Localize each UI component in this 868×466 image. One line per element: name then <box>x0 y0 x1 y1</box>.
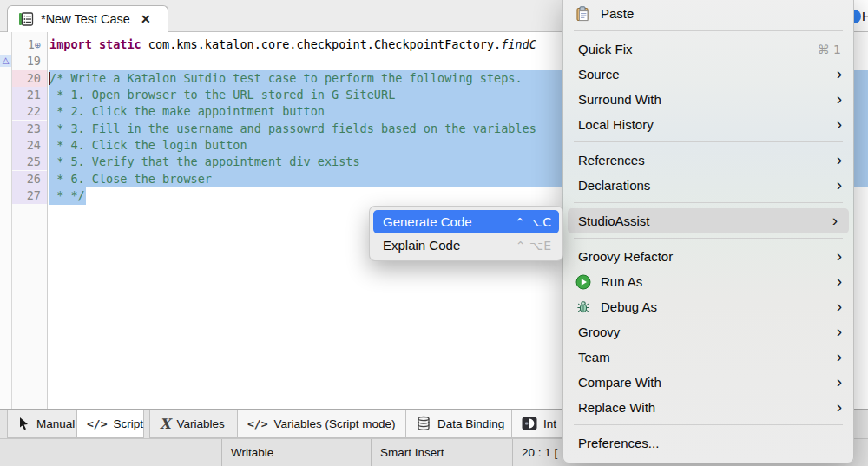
menu-item-label: Compare With <box>578 375 661 390</box>
chevron-right-icon: › <box>837 175 842 194</box>
integration-icon <box>522 417 537 430</box>
chevron-right-icon: › <box>837 272 842 291</box>
menu-separator <box>574 141 843 142</box>
menu-item-team[interactable]: Team› <box>563 345 853 370</box>
code-line-text: * 5. Verify that the appointment div exi… <box>49 154 360 170</box>
menu-item-declarations[interactable]: Declarations› <box>563 173 853 198</box>
code-line-text: /* Write a Katalon Sutdio test case to p… <box>49 70 523 87</box>
cursor-icon <box>17 417 30 430</box>
line-number: 21 <box>12 87 47 103</box>
menu-item-replace-with[interactable]: Replace With› <box>563 395 853 420</box>
avatar-badge-label: H <box>862 9 868 23</box>
submenu-item-label: Explain Code <box>383 238 460 253</box>
editor-context-menu: PasteQuick Fix⌘ 1Source›Surround With›Lo… <box>562 0 854 463</box>
menu-item-label: Run As <box>601 274 642 289</box>
menu-item-local-history[interactable]: Local History› <box>563 112 853 137</box>
menu-item-label: Surround With <box>578 92 661 107</box>
line-number: 20 <box>12 70 47 87</box>
view-tab-variables[interactable]: XVariables <box>149 410 238 438</box>
run-icon <box>575 274 591 290</box>
editor-tab-new-test-case[interactable]: *New Test Case ✕ <box>7 5 168 32</box>
view-tab-label: Variables <box>176 417 224 430</box>
chevron-right-icon: › <box>837 297 842 316</box>
menu-item-groovy[interactable]: Groovy› <box>563 319 853 345</box>
line-number: 27 <box>12 187 47 204</box>
menu-item-label: Declarations <box>578 178 650 193</box>
menu-item-surround-with[interactable]: Surround With› <box>563 87 853 112</box>
menu-item-shortcut: ⌘ 1 <box>818 43 841 56</box>
menu-item-references[interactable]: References› <box>563 148 853 173</box>
chevron-right-icon: › <box>832 211 838 230</box>
menu-item-preferences[interactable]: Preferences... <box>563 430 853 456</box>
view-tab-label: Int <box>543 417 556 430</box>
menu-item-label: StudioAssist <box>578 213 650 228</box>
line-number: 24 <box>12 137 47 154</box>
chevron-right-icon: › <box>837 322 842 341</box>
chevron-right-icon: › <box>837 372 842 391</box>
code-line-text: * 2. Click the make appointment button <box>49 103 325 120</box>
view-tab-manual[interactable]: Manual <box>7 410 76 438</box>
menu-item-studioassist[interactable]: StudioAssist› <box>568 208 849 233</box>
chevron-right-icon: › <box>837 89 842 108</box>
line-number: 1⊕ <box>12 36 47 53</box>
menu-item-compare-with[interactable]: Compare With› <box>563 370 853 395</box>
chevron-right-icon: › <box>837 347 842 366</box>
menu-item-run-as[interactable]: Run As› <box>563 269 853 294</box>
menu-item-source[interactable]: Source› <box>563 62 853 87</box>
menu-item-label: Replace With <box>578 400 655 415</box>
view-tab-script[interactable]: </>Script <box>76 410 144 438</box>
view-tab-label: Data Binding <box>437 417 504 430</box>
view-tab-label: Variables (Script mode) <box>273 417 395 430</box>
menu-item-label: Team <box>578 350 610 364</box>
collapsed-region-marker-icon[interactable]: △ <box>0 55 11 67</box>
menu-item-label: Local History <box>578 117 654 132</box>
submenu-item-shortcut: ⌃ ⌥E <box>516 239 551 253</box>
status-cell-empty <box>0 439 221 466</box>
code-icon: </> <box>247 417 267 430</box>
menu-item-label: Quick Fix <box>578 42 633 56</box>
chevron-right-icon: › <box>837 115 842 134</box>
menu-item-debug-as[interactable]: Debug As› <box>563 294 853 319</box>
chevron-right-icon: › <box>837 397 842 417</box>
text-caret <box>49 72 50 85</box>
paste-icon <box>575 6 590 22</box>
katalon-studio-window: *New Test Case ✕ 1⊕import static com.kms… <box>0 0 868 466</box>
view-tab-variables-script-mode[interactable]: </>Variables (Script mode) <box>238 410 406 438</box>
menu-separator <box>574 238 843 239</box>
menu-separator <box>574 424 843 425</box>
menu-separator <box>574 30 843 31</box>
menu-item-label: Groovy Refactor <box>578 249 673 264</box>
view-tab-label: Manual <box>36 417 75 430</box>
line-number: 22 <box>12 103 47 120</box>
tab-close-icon[interactable]: ✕ <box>141 12 151 26</box>
line-number: 19 <box>12 53 47 69</box>
submenu-item-shortcut: ⌃ ⌥C <box>515 215 551 229</box>
submenu-item-generate-code[interactable]: Generate Code⌃ ⌥C <box>373 210 559 233</box>
tab-title: *New Test Case <box>41 12 130 26</box>
menu-item-label: Groovy <box>578 325 620 339</box>
code-line-text: * 3. Fill in the username and passowrd f… <box>49 121 536 137</box>
status-cell-writable: Writable <box>221 439 371 466</box>
menu-item-label: Paste <box>601 6 634 21</box>
line-number: 23 <box>12 121 47 137</box>
variable-x-icon: X <box>160 416 170 432</box>
test-case-icon <box>18 11 34 27</box>
view-tab-label: Script <box>113 417 143 430</box>
code-icon: </> <box>87 417 107 430</box>
submenu-item-explain-code[interactable]: Explain Code⌃ ⌥E <box>373 233 559 257</box>
code-line-text: * 4. Click the login button <box>49 137 247 154</box>
fold-expand-icon[interactable]: ⊕ <box>35 39 41 51</box>
submenu-item-label: Generate Code <box>383 214 472 229</box>
menu-item-groovy-refactor[interactable]: Groovy Refactor› <box>563 244 853 269</box>
code-line-text: * */ <box>49 187 85 204</box>
debug-icon <box>575 299 591 315</box>
view-tab-data-binding[interactable]: Data Binding <box>406 410 512 438</box>
code-line-text: import static com.kms.katalon.core.check… <box>49 36 536 53</box>
menu-item-quick-fix[interactable]: Quick Fix⌘ 1 <box>563 36 853 62</box>
line-number: 26 <box>12 171 47 187</box>
menu-item-label: References <box>578 153 645 167</box>
menu-separator <box>574 202 843 203</box>
chevron-right-icon: › <box>837 64 842 83</box>
status-cell-smart-insert: Smart Insert <box>371 439 512 466</box>
menu-item-paste[interactable]: Paste <box>563 1 853 26</box>
